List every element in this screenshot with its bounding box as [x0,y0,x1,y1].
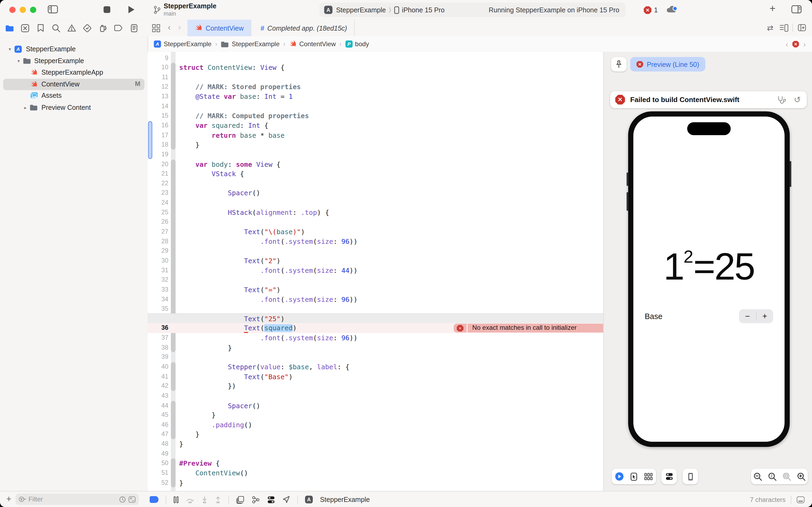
code-line[interactable]: 25 HStack(alignment: .top) { [148,208,603,218]
stepper-increment-button[interactable]: + [756,309,773,323]
line-number[interactable]: 14 [148,101,168,111]
code-line[interactable]: 39 [148,352,603,362]
refresh-preview-icon[interactable]: ↻ [794,95,801,105]
error-badge-icon[interactable]: ✕ [644,6,651,14]
line-number[interactable]: 18 [148,140,168,150]
recents-icon[interactable] [119,496,126,503]
disclosure-closed-icon[interactable]: ▸ [23,105,28,110]
scheme-selector[interactable]: A StepperExample 〉 iPhone 15 Pro Running… [320,3,626,17]
diagnostics-icon[interactable] [777,95,787,104]
code-line[interactable]: 26 [148,217,603,227]
breadcrumb-stepperexample[interactable]: StepperExample [221,40,280,48]
filter-field[interactable]: Filter [15,494,139,505]
line-number[interactable]: 31 [148,266,168,276]
variants-mode-icon[interactable] [644,473,653,480]
code-line[interactable]: 38 } [148,343,603,353]
line-number[interactable]: 33 [148,285,168,295]
line-number[interactable]: 49 [148,449,168,459]
next-issue-icon[interactable]: › [803,40,806,49]
line-number[interactable]: 37 [148,333,168,343]
code-line[interactable]: 45 } [148,410,603,420]
memory-graph-icon[interactable] [251,496,260,504]
tab-completed-app[interactable]: # Completed app. (18ed15c) [253,19,355,36]
breadcrumb-contentview[interactable]: ContentView [289,40,336,48]
line-number[interactable]: 12 [148,82,168,92]
code-line[interactable]: 52} [148,478,603,488]
flags-filter-icon[interactable] [128,496,135,503]
code-line[interactable]: 12 // MARK: Stored properties [148,82,603,92]
code-line[interactable]: 9 [148,53,603,63]
code-line[interactable]: 31 .font(.system(size: 44)) [148,266,603,276]
line-number[interactable]: 25 [148,208,168,218]
sidebar-item-contentview[interactable]: ContentViewM [0,79,148,90]
line-number[interactable]: 11 [148,72,168,82]
code-line[interactable]: 34 .font(.system(size: 96)) [148,294,603,304]
code-line[interactable]: 30 Text("2") [148,256,603,266]
line-number[interactable]: 29 [148,246,168,256]
step-over-icon[interactable] [186,496,194,503]
breadcrumb-stepperexample[interactable]: AStepperExample [154,40,212,48]
disclosure-open-icon[interactable]: ▾ [7,47,12,52]
code-line[interactable]: 44 Spacer() [148,401,603,410]
line-number[interactable]: 10 [148,63,168,73]
disclosure-open-icon[interactable]: ▾ [16,58,21,63]
code-line[interactable]: 37 .font(.system(size: 96)) [148,333,603,343]
sidebar-item-preview-content[interactable]: ▸Preview Content [0,102,148,113]
code-line[interactable]: 15 // MARK: Computed properties [148,111,603,121]
live-preview-icon[interactable] [615,472,623,481]
cloud-status-icon[interactable] [666,5,678,14]
test-navigator-icon[interactable] [83,23,92,33]
sidebar-item-assets[interactable]: Assets [0,90,148,102]
add-file-button[interactable]: + [6,494,11,505]
code-line[interactable]: 41 Text("Base") [148,372,603,382]
run-button[interactable] [127,5,135,14]
line-number[interactable]: 15 [148,111,168,121]
error-count[interactable]: 1 [654,6,658,14]
issue-badge-icon[interactable]: ✕ [793,41,799,47]
find-navigator-icon[interactable] [52,23,61,33]
code-line[interactable]: 46 .padding() [148,420,603,430]
zoom-in-icon[interactable] [797,472,806,481]
code-editor[interactable]: 910struct ContentView: View {1112 // MAR… [148,52,603,491]
prev-issue-icon[interactable]: ‹ [786,40,789,49]
code-line[interactable]: 28 .font(.system(size: 96)) [148,237,603,246]
code-line[interactable]: 11 [148,72,603,82]
line-number[interactable]: 17 [148,130,168,140]
code-line[interactable]: 48} [148,439,603,449]
build-error-banner[interactable]: ✕ Failed to build ContentView.swift ↻ [610,91,807,108]
code-line[interactable]: 36 Text(squared)✕No exact matches in cal… [148,323,603,333]
editor-overview-icon[interactable] [152,24,161,33]
stepper-control[interactable]: − + [739,309,773,323]
code-line[interactable]: 35 [148,304,603,314]
editor-layout-icon[interactable] [779,24,789,32]
toggle-navigator-icon[interactable] [48,5,58,13]
zoom-fit-icon[interactable] [782,472,791,481]
add-tab-button[interactable]: + [769,3,776,14]
step-out-icon[interactable] [215,496,221,503]
bookmark-navigator-icon[interactable] [36,23,45,33]
go-forward-icon[interactable]: › [178,22,181,33]
code-line[interactable]: 22 [148,179,603,188]
line-number[interactable]: 40 [148,362,168,372]
pin-preview-button[interactable] [611,57,627,71]
line-number[interactable]: 22 [148,179,168,188]
debug-navigator-icon[interactable] [98,23,107,33]
running-app-name[interactable]: StepperExample [320,496,370,504]
zoom-100-icon[interactable]: 1 [768,472,776,481]
breakpoints-toggle[interactable] [150,496,159,503]
code-line[interactable]: 10struct ContentView: View { [148,63,603,73]
report-navigator-icon[interactable] [129,23,138,33]
device-picker-button[interactable] [683,468,698,484]
code-line[interactable]: 49 [148,449,603,459]
line-number[interactable]: 23 [148,188,168,198]
line-number[interactable]: 24 [148,198,168,208]
line-number[interactable]: 21 [148,169,168,179]
swap-editor-icon[interactable]: ⇄ [767,23,773,33]
zoom-out-icon[interactable] [753,472,762,481]
line-number[interactable]: 27 [148,227,168,237]
simulate-location-icon[interactable] [282,496,290,504]
code-line[interactable]: 24 [148,198,603,208]
source-control-navigator-icon[interactable] [21,23,30,33]
project-navigator-icon[interactable] [5,23,14,33]
line-number[interactable]: 32 [148,275,168,285]
